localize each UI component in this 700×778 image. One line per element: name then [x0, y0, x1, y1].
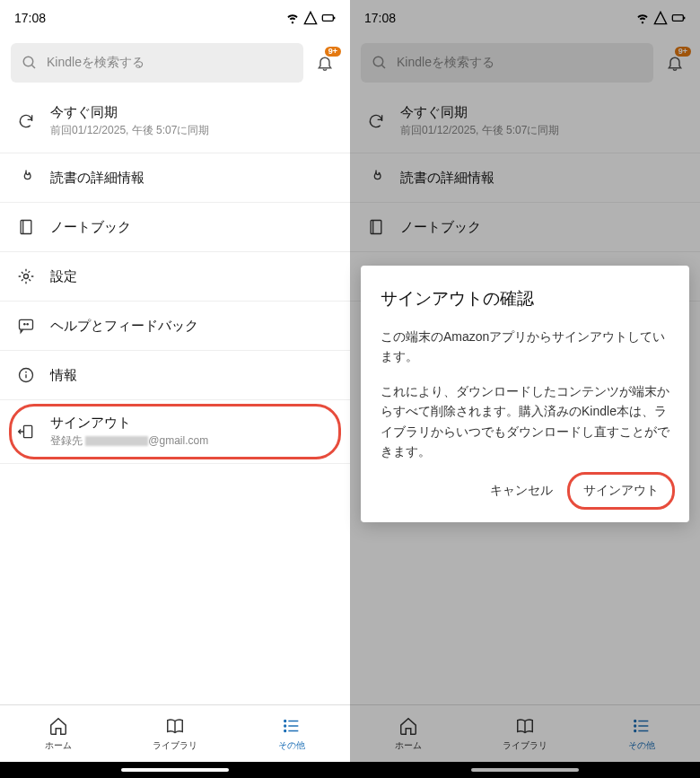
bell-icon — [666, 54, 684, 72]
home-indicator — [121, 768, 229, 772]
notifications-button[interactable]: 9+ — [311, 48, 339, 77]
home-icon — [48, 716, 68, 736]
svg-point-23 — [373, 57, 383, 66]
bell-icon — [316, 54, 334, 72]
svg-rect-7 — [20, 319, 33, 329]
cancel-button[interactable]: キャンセル — [479, 476, 564, 506]
signout-confirm-button[interactable]: サインアウト — [573, 476, 669, 506]
menu-signout-title: サインアウト — [50, 415, 208, 432]
svg-point-33 — [634, 725, 636, 727]
flame-icon — [366, 168, 386, 188]
battery-icon — [321, 11, 336, 25]
status-bar: 17:08 — [350, 0, 700, 36]
menu-reading-title: 読書の詳細情報 — [50, 170, 144, 187]
svg-rect-21 — [672, 15, 683, 22]
search-icon — [372, 55, 388, 71]
svg-rect-4 — [21, 221, 31, 234]
menu-notebook-title: ノートブック — [400, 219, 481, 236]
list-icon — [632, 716, 652, 736]
svg-point-32 — [634, 720, 636, 721]
signout-dialog: サインアウトの確認 この端末のAmazonアプリからサインアウトしています。 こ… — [361, 266, 689, 522]
book-icon — [165, 716, 185, 736]
gear-icon — [16, 267, 36, 286]
svg-point-19 — [284, 725, 286, 727]
svg-point-6 — [24, 275, 29, 279]
menu-reading[interactable]: 読書の詳細情報 — [0, 153, 350, 203]
signal-icon — [653, 11, 668, 25]
wifi-icon — [635, 11, 650, 25]
notification-badge: 9+ — [675, 47, 691, 57]
status-icons — [285, 11, 336, 25]
search-placeholder: Kindleを検索する — [397, 55, 494, 71]
book-icon — [515, 716, 535, 736]
notifications-button[interactable]: 9+ — [661, 48, 689, 77]
search-input[interactable]: Kindleを検索する — [11, 43, 303, 83]
menu-notebook-title: ノートブック — [50, 219, 131, 236]
menu-reading-title: 読書の詳細情報 — [400, 170, 494, 187]
svg-rect-0 — [322, 15, 333, 22]
menu-reading[interactable]: 読書の詳細情報 — [350, 153, 700, 203]
menu-settings[interactable]: 設定 — [0, 252, 350, 302]
nav-more[interactable]: その他 — [233, 705, 350, 762]
nav-bar-bottom — [0, 762, 350, 778]
menu-notebook[interactable]: ノートブック — [350, 203, 700, 252]
notification-badge: 9+ — [325, 47, 341, 57]
menu-sync-title: 今すぐ同期 — [400, 104, 559, 121]
menu-info[interactable]: 情報 — [0, 351, 350, 400]
search-row: Kindleを検索する 9+ — [0, 36, 350, 90]
dialog-text-1: この端末のAmazonアプリからサインアウトしています。 — [381, 327, 669, 367]
screen-left: 17:08 Kindleを検索する 9+ 今すぐ同期前回01/12/2025, … — [0, 0, 350, 778]
svg-line-3 — [31, 65, 35, 68]
nav-library-label: ライブラリ — [503, 739, 547, 752]
nav-home[interactable]: ホーム — [350, 705, 467, 762]
menu-sync[interactable]: 今すぐ同期前回01/12/2025, 午後 5:07に同期 — [0, 90, 350, 153]
info-icon — [16, 365, 36, 385]
status-time: 17:08 — [14, 11, 46, 25]
notebook-icon — [16, 217, 36, 237]
nav-home-label: ホーム — [395, 739, 422, 752]
nav-library-label: ライブラリ — [153, 739, 197, 752]
menu-notebook[interactable]: ノートブック — [0, 203, 350, 252]
nav-bar-bottom — [350, 762, 700, 778]
search-placeholder: Kindleを検索する — [47, 55, 144, 71]
notebook-icon — [366, 217, 386, 237]
svg-line-24 — [381, 65, 385, 68]
status-icons — [635, 11, 686, 25]
dialog-text-2: これにより、ダウンロードしたコンテンツが端末からすべて削除されます。購入済みのK… — [381, 381, 669, 462]
search-input[interactable]: Kindleを検索する — [361, 43, 653, 83]
menu-sync[interactable]: 今すぐ同期前回01/12/2025, 午後 5:07に同期 — [350, 90, 700, 153]
home-indicator — [471, 768, 579, 772]
svg-point-20 — [284, 730, 286, 731]
nav-more-label: その他 — [278, 739, 305, 752]
status-time: 17:08 — [364, 11, 396, 25]
menu-sync-sub: 前回01/12/2025, 午後 5:07に同期 — [400, 123, 559, 138]
battery-icon — [671, 11, 686, 25]
redacted-email — [85, 436, 148, 446]
menu-list: 今すぐ同期前回01/12/2025, 午後 5:07に同期 読書の詳細情報 ノー… — [0, 90, 350, 704]
list-icon — [282, 716, 302, 736]
nav-library[interactable]: ライブラリ — [467, 705, 583, 762]
search-row: Kindleを検索する 9+ — [350, 36, 700, 90]
svg-rect-13 — [24, 425, 32, 437]
menu-settings-title: 設定 — [50, 268, 77, 285]
nav-home[interactable]: ホーム — [0, 705, 117, 762]
signal-icon — [303, 11, 318, 25]
menu-signout[interactable]: サインアウト登録先 @gmail.com — [0, 400, 350, 464]
menu-help[interactable]: ヘルプとフィードバック — [0, 302, 350, 351]
bottom-nav: ホーム ライブラリ その他 — [350, 704, 700, 762]
nav-more[interactable]: その他 — [583, 705, 700, 762]
sync-icon — [366, 111, 386, 131]
menu-signout-sub: 登録先 @gmail.com — [50, 433, 208, 449]
menu-sync-title: 今すぐ同期 — [50, 104, 209, 121]
wifi-icon — [285, 11, 300, 25]
menu-sync-sub: 前回01/12/2025, 午後 5:07に同期 — [50, 123, 209, 138]
nav-library[interactable]: ライブラリ — [117, 705, 233, 762]
sync-icon — [16, 111, 36, 131]
screen-right: 17:08 Kindleを検索する 9+ 今すぐ同期前回01/12/2025, … — [350, 0, 700, 778]
nav-more-label: その他 — [628, 739, 655, 752]
svg-point-18 — [284, 720, 286, 721]
svg-rect-25 — [371, 221, 381, 234]
status-bar: 17:08 — [0, 0, 350, 36]
svg-point-2 — [23, 57, 33, 66]
svg-point-34 — [634, 730, 636, 731]
